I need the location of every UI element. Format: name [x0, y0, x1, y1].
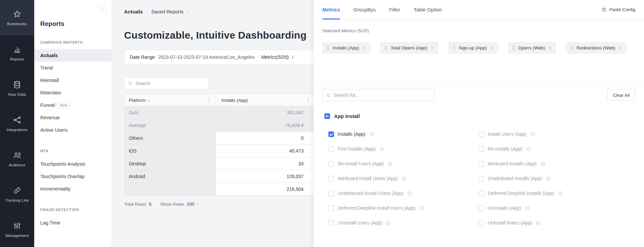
info-icon[interactable]	[407, 191, 412, 196]
metric-option-installs-app[interactable]: Installs (App)	[328, 131, 478, 137]
metric-option-uninstall-users-app[interactable]: Uninstall Users (App)	[328, 219, 478, 226]
unchecked-checkbox-icon[interactable]	[478, 205, 484, 211]
info-icon[interactable]	[386, 220, 391, 225]
metric-option-re-installs-app[interactable]: Re-installs (App)	[478, 146, 628, 152]
unchecked-checkbox-icon[interactable]	[328, 176, 334, 181]
unchecked-checkbox-icon[interactable]	[478, 176, 484, 181]
info-icon[interactable]	[530, 132, 535, 136]
info-icon[interactable]	[526, 147, 531, 151]
remove-chip-icon[interactable]	[363, 46, 366, 50]
rail-item-management[interactable]: Management	[0, 212, 34, 247]
rail-item-integrations[interactable]: Integrations	[0, 106, 34, 141]
metric-chip-redirections-web[interactable]: Redirections (Web)	[566, 42, 626, 54]
column-menu-icon[interactable]: ⋮	[306, 97, 311, 103]
metric-chip-opens-web[interactable]: Opens (Web)	[508, 42, 556, 54]
sort-descending-icon[interactable]: ↓	[148, 98, 150, 103]
sidebar-item-funnel[interactable]: FunnelBeta	[34, 99, 112, 111]
sidebar-item-active-users[interactable]: Active Users	[34, 124, 112, 136]
unchecked-checkbox-icon[interactable]	[478, 220, 484, 226]
group-indeterminate-checkbox-icon[interactable]	[324, 113, 330, 119]
metric-option-attributed-installs-app[interactable]: Attributed Installs (App)	[478, 160, 628, 167]
column-header-installs-app[interactable]: Installs (App)⋮	[216, 94, 316, 106]
metric-option-re-install-users-app[interactable]: Re-install Users (App)	[328, 160, 478, 167]
checked-checkbox-icon[interactable]	[328, 131, 334, 137]
info-icon[interactable]	[369, 132, 374, 136]
rail-item-raw-data[interactable]: Raw Data	[0, 71, 34, 106]
metric-option-uninstalls-app[interactable]: Uninstalls (App)	[478, 205, 628, 211]
sidebar-item-revenue[interactable]: Revenue	[34, 111, 112, 124]
info-icon[interactable]	[558, 191, 563, 196]
sidebar-item-incrementality[interactable]: Incrementality	[34, 182, 112, 195]
drag-handle-icon[interactable]	[570, 45, 573, 50]
clear-all-button[interactable]: Clear All	[607, 89, 635, 101]
metric-option-label: Uninstall Users (App)	[338, 220, 382, 225]
remove-chip-icon[interactable]	[619, 46, 622, 50]
remove-chip-icon[interactable]	[431, 46, 434, 50]
metric-option-attributed-install-users-app[interactable]: Attributed Install Users (App)	[328, 175, 478, 182]
date-range-value[interactable]: 2023-07-13-2023-07-19 America/Los_Angele…	[158, 54, 255, 60]
unchecked-checkbox-icon[interactable]	[328, 191, 334, 196]
drag-handle-icon[interactable]	[326, 45, 329, 50]
metric-option-unattributed-installs-app[interactable]: Unattributed Installs (App)	[478, 175, 628, 182]
metric-option-first-installs-app[interactable]: First Installs (App)	[328, 146, 478, 152]
tab-table-option[interactable]: Table Option	[414, 0, 442, 19]
metric-chip-total-opens-app[interactable]: Total Opens (App)	[380, 42, 438, 54]
rail-item-reports[interactable]: Reports	[0, 35, 34, 71]
sidebar-item-label: Incrementality	[40, 186, 70, 192]
sidebar-item-trend[interactable]: Trend	[34, 61, 112, 74]
drag-handle-icon[interactable]	[512, 45, 515, 50]
info-icon[interactable]	[402, 176, 407, 181]
metric-option-deferred-deeplink-install-users-app[interactable]: Deferred Deeplink Install Users (App)	[328, 205, 478, 211]
sidebar-item-retention[interactable]: Retention	[34, 86, 112, 99]
unchecked-checkbox-icon[interactable]	[478, 146, 484, 152]
unchecked-checkbox-icon[interactable]	[478, 161, 484, 167]
metric-chip-sign-up-app[interactable]: Sign-up (App)	[448, 42, 498, 54]
paste-config-button[interactable]: Paste Config	[601, 0, 635, 19]
show-rows-dropdown[interactable]: 100	[187, 202, 200, 207]
remove-chip-icon[interactable]	[548, 46, 552, 50]
metric-option-unattributed-install-users-app[interactable]: Unattributed Install Users (App)	[328, 190, 478, 197]
metric-option-deferred-deeplink-installs-app[interactable]: Deferred Deeplink Installs (App)	[478, 190, 628, 197]
unchecked-checkbox-icon[interactable]	[328, 161, 334, 167]
metric-option-install-users-app[interactable]: Install Users (App)	[478, 131, 628, 137]
sidebar-item-lag-time[interactable]: Lag Time	[34, 216, 112, 229]
rail-item-audience[interactable]: Audience	[0, 141, 34, 176]
info-icon[interactable]	[388, 161, 392, 166]
sidebar-item-actuals[interactable]: Actuals	[34, 49, 112, 61]
unchecked-checkbox-icon[interactable]	[328, 205, 334, 211]
info-icon[interactable]	[546, 176, 551, 181]
unchecked-checkbox-icon[interactable]	[478, 191, 484, 196]
metric-group-app-install[interactable]: App Install	[324, 113, 644, 119]
metrics-summary-label[interactable]: Metrics(5/20)	[261, 54, 289, 60]
tab-filter[interactable]: Filter	[389, 0, 400, 19]
tab-metrics[interactable]: Metrics	[322, 0, 340, 19]
metric-option-uninstall-rates-app[interactable]: Uninstall Rates (App)	[478, 219, 628, 226]
drag-handle-icon[interactable]	[384, 45, 387, 50]
table-search-input[interactable]	[136, 81, 205, 86]
sidebar-item-touchpoints-analysis[interactable]: Touchpoints Analysis	[34, 158, 112, 170]
metric-chip-installs-app[interactable]: Installs (App)	[322, 42, 370, 54]
date-range-label[interactable]: Date Range	[130, 54, 155, 60]
tab-groupbys[interactable]: GroupBys	[354, 0, 376, 19]
info-icon[interactable]	[420, 206, 424, 210]
unchecked-checkbox-icon[interactable]	[328, 146, 334, 152]
column-header-platform[interactable]: Platform↓⋮	[124, 94, 216, 106]
metrics-summary-value[interactable]: I	[292, 54, 293, 60]
rail-item-bookmarks[interactable]: Bookmarks	[0, 0, 34, 35]
sidebar-item-touchpoints-overlap[interactable]: Touchpoints Overlap	[34, 170, 112, 182]
info-icon[interactable]	[380, 147, 384, 151]
saved-reports-dropdown[interactable]: Saved Reports	[151, 9, 190, 14]
info-icon[interactable]	[541, 161, 545, 166]
chevron-down-icon	[186, 10, 190, 14]
metrics-search-input[interactable]	[334, 92, 431, 98]
info-icon[interactable]	[536, 220, 541, 225]
rail-item-tracking-link[interactable]: Tracking Link	[0, 176, 34, 212]
remove-chip-icon[interactable]	[490, 46, 494, 50]
drag-handle-icon[interactable]	[452, 45, 455, 50]
sidebar-item-reinstall[interactable]: Reinstall	[34, 74, 112, 86]
column-menu-icon[interactable]: ⋮	[206, 97, 211, 103]
unchecked-checkbox-icon[interactable]	[328, 220, 334, 226]
sidebar-collapse-button[interactable]	[99, 5, 106, 13]
unchecked-checkbox-icon[interactable]	[478, 131, 484, 137]
info-icon[interactable]	[525, 206, 530, 210]
